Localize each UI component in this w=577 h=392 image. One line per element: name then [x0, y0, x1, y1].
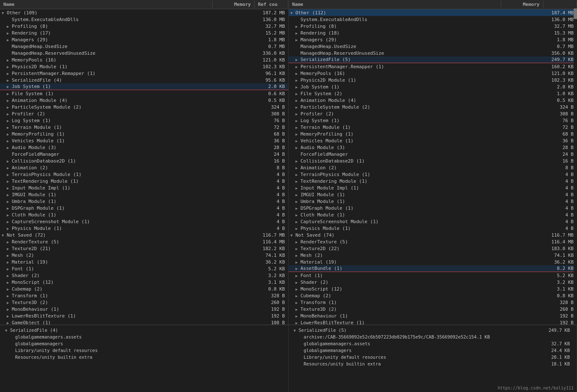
tree-row[interactable]: ▶Job System (1)2.0 KB — [289, 83, 577, 90]
collapse-icon[interactable]: ▶ — [295, 307, 300, 312]
tree-row[interactable]: ▶DSPGraph Module (1)4 B — [0, 205, 288, 211]
collapse-icon[interactable]: ▶ — [295, 213, 300, 217]
tree-row[interactable]: ▶LowerResBlitTexture (1)192 B — [289, 319, 577, 325]
tree-row[interactable]: ▶Log System (1)76 B — [0, 117, 288, 124]
collapse-icon[interactable]: ▶ — [7, 220, 11, 224]
tree-row[interactable]: ▶ParticleSystem Module (2)324 B — [0, 104, 288, 110]
tree-row[interactable]: ▶MonoScript (12)3.1 KB — [289, 285, 577, 292]
tree-row[interactable]: ▶Mesh (2)74.1 KB — [289, 252, 577, 259]
collapse-icon[interactable]: ▶ — [295, 253, 300, 258]
bottom-tree-row[interactable]: ▼SerializedFile (5)249.7 KB — [292, 327, 574, 333]
tree-row[interactable]: ▶Cloth Module (1)4 B — [289, 211, 577, 218]
tree-row[interactable]: ▶TextRendering Module (1)4 B — [289, 178, 577, 184]
tree-row[interactable]: ManagedHeap.ReservedUnusedSize356.0 KB — [289, 50, 577, 56]
collapse-icon[interactable]: ▶ — [7, 139, 11, 143]
collapse-icon[interactable]: ▶ — [295, 206, 300, 211]
tree-row[interactable]: ▶Input Module Impl (1)4 B — [289, 184, 577, 191]
collapse-icon[interactable]: ▶ — [7, 206, 11, 211]
collapse-icon[interactable]: ▶ — [295, 72, 300, 76]
collapse-icon[interactable]: ▼ — [2, 11, 6, 15]
collapse-icon[interactable]: ▶ — [295, 193, 300, 197]
collapse-icon[interactable]: ▶ — [7, 213, 11, 217]
collapse-icon[interactable]: ▶ — [7, 125, 11, 130]
collapse-icon[interactable]: ▶ — [295, 267, 300, 271]
collapse-icon[interactable]: ▶ — [295, 301, 300, 305]
tree-row[interactable]: ▶RenderTexture (5)116.4 MB — [289, 238, 577, 245]
tree-row[interactable]: ▶Audio Module (3)28 B — [0, 144, 288, 151]
collapse-icon[interactable]: ▶ — [7, 280, 11, 285]
collapse-icon[interactable]: ▶ — [7, 78, 11, 83]
collapse-icon[interactable]: ▶ — [295, 112, 300, 116]
collapse-icon[interactable]: ▶ — [295, 220, 300, 224]
tree-row[interactable]: ▶CollisionDatabase2D (1)16 B — [289, 157, 577, 164]
tree-row[interactable]: ▶GameObject (1)108 B — [0, 319, 288, 325]
tree-row[interactable]: ▶TerrainPhysics Module (1)4 B — [289, 171, 577, 178]
tree-row[interactable]: ▶Animation Module (4)0.5 KB — [289, 97, 577, 104]
collapse-icon[interactable]: ▶ — [295, 99, 300, 103]
tree-row[interactable]: ▶Material (19)36.2 KB — [289, 259, 577, 265]
tree-row[interactable]: ▶Vehicles Module (1)36 B — [289, 137, 577, 144]
collapse-icon[interactable]: ▶ — [295, 132, 300, 136]
bottom-tree-row[interactable]: globalgamemanagers.assets — [3, 333, 285, 340]
tree-row[interactable]: ▶Managers (29)1.8 MB — [0, 36, 288, 43]
tree-row[interactable]: ▶CaptureScreenshot Module (1)4 B — [0, 218, 288, 225]
tree-row[interactable]: ▶AssetBundle (1)8.2 KB — [289, 265, 577, 272]
tree-row[interactable]: ▶RenderTexture (5)116.4 MB — [0, 238, 288, 245]
tree-row[interactable]: ▶ParticleSystem Module (2)324 B — [289, 104, 577, 110]
collapse-icon[interactable]: ▶ — [7, 193, 11, 197]
collapse-icon[interactable]: ▶ — [7, 307, 11, 312]
collapse-icon[interactable]: ▶ — [295, 200, 300, 204]
collapse-icon[interactable]: ▶ — [295, 139, 300, 143]
tree-row[interactable]: ▼Other (112)187.4 MB — [289, 9, 577, 16]
collapse-icon[interactable]: ▶ — [7, 287, 11, 291]
collapse-icon[interactable]: ▼ — [294, 328, 298, 333]
collapse-icon[interactable]: ▶ — [7, 159, 11, 163]
tree-row[interactable]: ▶Profiling (8)32.7 MB — [289, 23, 577, 29]
tree-row[interactable]: ▶Job System (1)2.0 KB — [0, 83, 288, 90]
bottom-tree-row[interactable]: Resources/unity_builtin_extra18.1 KB — [292, 360, 574, 367]
tree-row[interactable]: ▶Physics2D Module (1)102.3 KB — [0, 63, 288, 70]
collapse-icon[interactable]: ▶ — [7, 92, 11, 96]
collapse-icon[interactable]: ▶ — [7, 31, 11, 35]
collapse-icon[interactable]: ▶ — [7, 321, 11, 325]
tree-row[interactable]: ▶Profiling (8)32.7 MB — [0, 23, 288, 29]
collapse-icon[interactable]: ▶ — [7, 38, 11, 42]
collapse-icon[interactable]: ▶ — [7, 260, 11, 264]
tree-row[interactable]: ▶PersistentManager.Remapper (1)96.1 KB — [0, 70, 288, 77]
tree-row[interactable]: ▶DSPGraph Module (1)4 B — [289, 205, 577, 211]
tree-row[interactable]: ▶Physics Module (1)4 B — [0, 225, 288, 232]
collapse-icon[interactable]: ▶ — [295, 105, 300, 109]
collapse-icon[interactable]: ▶ — [7, 274, 11, 278]
collapse-icon[interactable]: ▼ — [290, 233, 295, 237]
collapse-icon[interactable]: ▶ — [7, 301, 11, 305]
tree-row[interactable]: ▶Texture2D (21)182.2 KB — [0, 245, 288, 252]
collapse-icon[interactable]: ▶ — [295, 119, 300, 123]
tree-row[interactable]: ▶TerrainPhysics Module (1)4 B — [0, 171, 288, 178]
tree-row[interactable]: ▶Log System (1)76 B — [289, 117, 577, 124]
collapse-icon[interactable]: ▶ — [295, 287, 300, 291]
tree-row[interactable]: ▶Animation (2)8 B — [289, 164, 577, 171]
tree-row[interactable]: ▶Font (1)5.2 KB — [0, 265, 288, 272]
collapse-icon[interactable]: ▶ — [7, 186, 11, 190]
collapse-icon[interactable]: ▶ — [7, 267, 11, 271]
collapse-icon[interactable]: ▶ — [295, 274, 300, 278]
tree-row[interactable]: ▶MemoryProfiling (1)68 B — [289, 131, 577, 137]
collapse-icon[interactable]: ▶ — [7, 65, 11, 69]
left-panel-content[interactable]: ▼Other (109)187.2 MB System.ExecutableAn… — [0, 9, 288, 325]
collapse-icon[interactable]: ▶ — [295, 78, 300, 83]
collapse-icon[interactable]: ▼ — [290, 11, 295, 15]
collapse-icon[interactable]: ▶ — [295, 85, 300, 89]
tree-row[interactable]: ▶MonoBehaviour (1)192 B — [0, 306, 288, 312]
tree-row[interactable]: System.ExecutableAndDlls136.0 MB — [289, 16, 577, 23]
bottom-tree-row[interactable]: Library/unity default resources20.1 KB — [292, 354, 574, 360]
tree-row[interactable]: ▶PersistentManager.Remapper (1)160.2 KB — [289, 63, 577, 70]
tree-row[interactable]: ▶Umbra Module (1)4 B — [289, 198, 577, 205]
collapse-icon[interactable]: ▶ — [7, 227, 11, 231]
collapse-icon[interactable]: ▶ — [7, 200, 11, 204]
tree-row[interactable]: ▶Vehicles Module (1)36 B — [0, 137, 288, 144]
tree-row[interactable]: ▶Cloth Module (1)4 B — [0, 211, 288, 218]
collapse-icon[interactable]: ▶ — [7, 146, 11, 150]
collapse-icon[interactable]: ▶ — [7, 314, 11, 318]
tree-row[interactable]: ▶Animation Module (4)0.5 KB — [0, 97, 288, 104]
tree-row[interactable]: ▶Profiler (2)308 B — [289, 110, 577, 117]
